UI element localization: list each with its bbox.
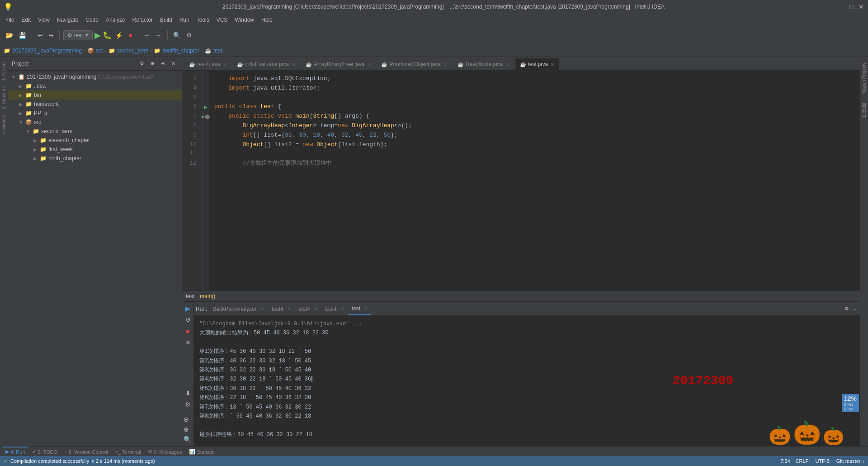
tree-item-eleventh-chapter[interactable]: ▶ 📁 eleventh_chapter [8,136,182,145]
editor-breadcrumb-test[interactable]: test [186,293,194,300]
gutter-6[interactable]: ▶ [203,102,209,112]
run-panel-scroll-end-btn[interactable]: ⬇ [184,388,192,398]
run-panel-settings-btn[interactable]: ⚙ [184,399,192,409]
tree-item-second-term[interactable]: ▼ 📁 second_term [8,127,182,136]
search-everywhere-btn[interactable]: 🔍 [171,30,183,41]
menu-code[interactable]: Code [82,15,102,25]
sidebar-collapse-btn[interactable]: ⊖ [158,59,168,68]
run-panel-play-btn[interactable]: ▶ [184,304,192,314]
menu-run[interactable]: Run [176,15,193,25]
toolbar-undo-btn[interactable]: ↩ [36,30,45,41]
tab-infixevaluator[interactable]: ☕ infixEvaluator.java ✕ [232,58,300,70]
run-configuration[interactable]: ⚙ test ▼ [63,30,93,40]
minimize-button[interactable]: ─ [838,4,844,10]
breadcrumb-src[interactable]: src [96,48,103,54]
tab-close-infixevaluator[interactable]: ✕ [292,62,295,67]
run-tab-test4-2[interactable]: test4 ✕ [295,303,321,315]
run-panel-filter-btn[interactable]: 🔍 [182,434,193,444]
right-tool-maven[interactable]: Maven Projects [861,59,868,97]
statusbar-git[interactable]: Git: master ↓ [836,458,864,464]
settings-btn[interactable]: ⚙ [184,30,194,41]
menu-edit[interactable]: Edit [18,15,34,25]
menu-window[interactable]: Window [231,15,258,25]
breadcrumb-file[interactable]: test [213,48,222,54]
menu-analyze[interactable]: Analyze [102,15,129,25]
gutter-7[interactable]: ▶⬤ [203,112,209,121]
code-content[interactable]: import java.sql.SQLException; import jav… [209,71,860,290]
sidebar-close-btn[interactable]: ✕ [169,59,178,68]
close-button[interactable]: ✕ [858,4,864,10]
tab-close-arraybinarytree[interactable]: ✕ [367,62,371,67]
tree-item-ppti[interactable]: ▶ 📁 PP_ti [8,109,182,118]
run-tab-close-test4-3[interactable]: ✕ [340,306,344,311]
breadcrumb-project[interactable]: 20172309_javaProgramming [12,48,82,54]
bottom-tab-terminal[interactable]: >_ Terminal [112,447,145,456]
tab-heapnode[interactable]: ☕ HeapNode.java ✕ [453,58,514,70]
menu-file[interactable]: File [2,15,18,25]
run-panel-stop-btn[interactable]: ■ [184,326,191,336]
stop-btn[interactable]: ■ [127,30,134,41]
menu-help[interactable]: Help [258,15,276,25]
maximize-button[interactable]: □ [848,4,854,10]
run-output[interactable]: "C:\Program Files\Java\jdk-9.0.4\bin\jav… [194,316,860,446]
tree-item-idea[interactable]: ▶ 📁 .idea [8,81,182,90]
statusbar-crlf[interactable]: CRLF: [796,458,810,464]
tree-item-bin[interactable]: ▶ 📁 bin [8,90,182,100]
editor-breadcrumb-main[interactable]: main() [200,293,215,300]
menu-build[interactable]: Build [156,15,176,25]
left-tool-favorites[interactable]: Favorites [0,112,7,136]
menu-refactor[interactable]: Refactor [129,15,156,25]
toolbar-open-btn[interactable]: 📂 [4,30,15,41]
tree-item-src[interactable]: ▼ 📦 src [8,118,182,127]
menu-tools[interactable]: Tools [193,15,213,25]
tab-prioritizedobject[interactable]: ☕ PrioritizedObject.java ✕ [376,58,452,70]
run-panel-settings-top[interactable]: ⚙ [843,304,851,314]
run-panel-expand-btn[interactable]: ⊕ [182,424,190,434]
run-panel-close-btn[interactable]: ✕ [184,338,192,347]
tab-close-prioritizedobject[interactable]: ✕ [443,62,447,67]
tree-item-ninth-chapter[interactable]: ▶ 📁 ninth_chapter [8,154,182,163]
tab-close-test4-1[interactable]: ✕ [223,62,226,67]
bottom-tab-vcs[interactable]: ↑ 9: Version Control [61,447,112,456]
bottom-tab-run[interactable]: ▶ 4: Run [2,447,28,456]
bottom-tab-todo[interactable]: ✔ 6: TODO [28,447,61,456]
tab-close-test[interactable]: ✕ [551,62,554,67]
tab-test[interactable]: ☕ test.java ✕ [515,58,560,70]
left-tool-structure[interactable]: 2: Structure [0,83,7,112]
statusbar-line-col[interactable]: 7:34 [780,458,790,464]
menu-vcs[interactable]: VCS [213,15,231,25]
run-tab-backpainanalyzer[interactable]: BackPainAnalyzer ✕ [209,303,267,315]
menu-navigate[interactable]: Navigate [53,15,82,25]
run-tab-close-test4-1[interactable]: ✕ [287,306,291,311]
right-tool-build[interactable]: 1: Build [861,99,868,121]
tree-item-first-week[interactable]: ▶ 📁 first_week [8,145,182,154]
tab-arraybinarytree[interactable]: ☕ ArrayBinaryTree.java ✕ [301,58,376,70]
tree-item-homework[interactable]: ▶ 📁 homework [8,100,182,109]
bottom-tab-statistic[interactable]: 📊 Statistic [185,447,218,456]
run-tab-test4-1[interactable]: test4 ✕ [268,303,294,315]
run-panel-minimize[interactable]: ─ [851,304,858,314]
left-tool-project[interactable]: 1: Project [0,59,7,83]
forward-btn[interactable]: → [154,30,164,41]
debug-button[interactable]: 🐛 [103,31,112,39]
breadcrumb-chapter[interactable]: twelfth_chapter [162,48,199,54]
breadcrumb-second-term[interactable]: second_term [117,48,148,54]
sidebar-settings-btn[interactable]: ⚙ [137,59,147,68]
run-tab-close-test4-2[interactable]: ✕ [314,306,317,311]
run-tab-test[interactable]: test ✕ [348,303,371,315]
tab-close-heapnode[interactable]: ✕ [506,62,509,67]
run-panel-rerun-btn[interactable]: ↺ [184,315,192,325]
toolbar-redo-btn[interactable]: ↪ [47,30,56,41]
back-btn[interactable]: ← [142,30,152,41]
code-editor[interactable]: 3 4 5 6 7 8 9 10 11 12 ▶ ▶⬤ [182,71,860,290]
run-with-coverage-btn[interactable]: ⚡ [113,30,125,41]
run-button[interactable]: ▶ [94,30,101,40]
run-tab-test4-3[interactable]: test4 ✕ [321,303,348,315]
tree-item-root[interactable]: ▼ 📋 20172309_javaProgramming C:\Users\su… [8,72,182,81]
run-tab-close-backpainanalyzer[interactable]: ✕ [260,306,264,311]
toolbar-save-btn[interactable]: 💾 [17,30,28,41]
bottom-tab-messages[interactable]: ✉ 0: Messages [145,447,185,456]
sidebar-expand-btn[interactable]: ⊕ [148,59,157,68]
run-tab-close-test[interactable]: ✕ [364,306,368,311]
run-panel-fold-btn[interactable]: ⊖ [182,414,190,424]
